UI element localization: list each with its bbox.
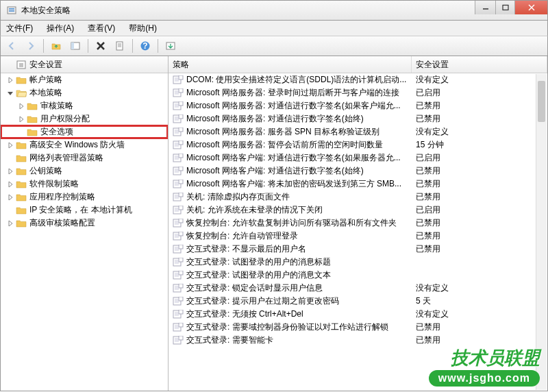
- expand-arrow-icon[interactable]: [6, 76, 14, 84]
- expand-arrow-icon[interactable]: [17, 115, 25, 123]
- policy-row[interactable]: 交互式登录: 不显示最后的用户名已禁用: [169, 243, 547, 256]
- policy-setting: 已启用: [412, 152, 547, 164]
- policy-icon: [173, 232, 184, 241]
- policy-setting: 已禁用: [412, 230, 547, 242]
- folder-icon: [16, 192, 27, 203]
- tree-node-n1[interactable]: 本地策略: [1, 86, 168, 99]
- tree-node-label: 网络列表管理器策略: [29, 152, 103, 164]
- policy-setting: 已禁用: [412, 113, 547, 125]
- column-header-setting[interactable]: 安全设置: [412, 56, 547, 73]
- scrollbar-thumb[interactable]: [538, 81, 545, 122]
- policy-row[interactable]: 交互式登录: 提示用户在过期之前更改密码5 天: [169, 295, 547, 308]
- policy-setting: 已禁用: [412, 100, 547, 112]
- menu-file[interactable]: 文件(F): [3, 21, 36, 36]
- policy-setting: 已禁用: [412, 165, 547, 177]
- menu-help[interactable]: 帮助(H): [126, 21, 160, 36]
- expand-arrow-icon[interactable]: [17, 102, 25, 110]
- folder-icon: [16, 205, 27, 216]
- tree-header[interactable]: 安全设置: [1, 56, 168, 73]
- tree-node-n5[interactable]: 软件限制策略: [1, 177, 168, 191]
- policy-icon: [173, 127, 184, 136]
- policy-row[interactable]: 关机: 清除虚拟内存页面文件已禁用: [169, 191, 547, 204]
- policy-row[interactable]: 交互式登录: 锁定会话时显示用户信息没有定义: [169, 282, 547, 295]
- folder-icon: [16, 140, 27, 151]
- policy-icon: [173, 271, 184, 280]
- main-area: 安全设置 帐户策略本地策略审核策略用户权限分配安全选项高级安全 Windows …: [0, 56, 548, 391]
- tree-node-n1_2[interactable]: 安全选项: [1, 125, 168, 138]
- policy-name: Microsoft 网络客户端: 对通信进行数字签名(始终): [186, 165, 364, 177]
- policy-row[interactable]: Microsoft 网络服务器: 暂停会话前所需的空闲时间数量15 分钟: [169, 138, 547, 151]
- export-button[interactable]: [162, 38, 179, 54]
- policy-row[interactable]: Microsoft 网络服务器: 登录时间过期后断开与客户端的连接已启用: [169, 86, 547, 99]
- tree-node-n8[interactable]: 高级审核策略配置: [1, 217, 168, 230]
- show-hide-tree-button[interactable]: [67, 38, 84, 54]
- policy-row[interactable]: 恢复控制台: 允许自动管理登录已禁用: [169, 230, 547, 243]
- policy-name: 交互式登录: 需要域控制器身份验证以对工作站进行解锁: [186, 321, 388, 333]
- tree-node-n7[interactable]: IP 安全策略，在 本地计算机: [1, 204, 168, 217]
- policy-setting: 15 分钟: [412, 139, 547, 151]
- tree-node-n1_1[interactable]: 用户权限分配: [1, 112, 168, 125]
- policy-row[interactable]: 关机: 允许系统在未登录的情况下关闭已启用: [169, 204, 547, 217]
- policy-row[interactable]: Microsoft 网络客户端: 对通信进行数字签名(始终)已禁用: [169, 164, 547, 177]
- policy-icon: [173, 258, 184, 267]
- policy-row[interactable]: 恢复控制台: 允许软盘复制并访问所有驱动器和所有文件夹已禁用: [169, 217, 547, 230]
- policy-icon: [173, 323, 184, 332]
- policy-row[interactable]: Microsoft 网络客户端: 将未加密的密码发送到第三方 SMB...已禁用: [169, 177, 547, 191]
- policy-row[interactable]: 交互式登录: 试图登录的用户的消息标题: [169, 256, 547, 269]
- policy-name: 关机: 允许系统在未登录的情况下关闭: [186, 204, 323, 216]
- close-button[interactable]: [514, 1, 547, 14]
- column-header-policy[interactable]: 策略: [169, 56, 412, 73]
- policy-row[interactable]: Microsoft 网络服务器: 对通信进行数字签名(始终)已禁用: [169, 112, 547, 125]
- list-header: 策略 安全设置: [169, 56, 547, 73]
- policy-setting: 已禁用: [412, 243, 547, 255]
- tree-node-label: 本地策略: [29, 87, 62, 99]
- policy-icon: [173, 219, 184, 228]
- policy-row[interactable]: Microsoft 网络客户端: 对通信进行数字签名(如果服务器允...已启用: [169, 151, 547, 164]
- tree-node-n4[interactable]: 公钥策略: [1, 164, 168, 177]
- policy-icon: [173, 180, 184, 188]
- tree-node-n6[interactable]: 应用程序控制策略: [1, 191, 168, 204]
- policy-row[interactable]: 交互式登录: 无须按 Ctrl+Alt+Del没有定义: [169, 308, 547, 321]
- policy-icon: [173, 193, 184, 201]
- tree-node-n1_0[interactable]: 审核策略: [1, 99, 168, 112]
- policy-icon: [173, 88, 184, 97]
- tree-node-label: 软件限制策略: [29, 178, 79, 190]
- tree-node-n2[interactable]: 高级安全 Windows 防火墙: [1, 138, 168, 151]
- policy-row[interactable]: 交互式登录: 需要域控制器身份验证以对工作站进行解锁已禁用: [169, 321, 547, 334]
- policy-name: 恢复控制台: 允许软盘复制并访问所有驱动器和所有文件夹: [186, 217, 397, 229]
- delete-button[interactable]: [92, 38, 109, 54]
- policy-row[interactable]: 交互式登录: 需要智能卡已禁用: [169, 334, 547, 347]
- policy-row[interactable]: 交互式登录: 试图登录的用户的消息文本: [169, 269, 547, 282]
- policy-name: 交互式登录: 试图登录的用户的消息文本: [186, 269, 331, 281]
- policy-row[interactable]: DCOM: 使用安全描述符定义语言(SDDL)语法的计算机启动...没有定义: [169, 73, 547, 86]
- tree-node-n0[interactable]: 帐户策略: [1, 73, 168, 86]
- svg-rect-1: [9, 8, 14, 10]
- folder-icon: [16, 153, 27, 164]
- policy-row[interactable]: Microsoft 网络服务器: 服务器 SPN 目标名称验证级别没有定义: [169, 125, 547, 138]
- expand-arrow-icon[interactable]: [6, 219, 14, 228]
- policy-setting: 没有定义: [412, 282, 547, 294]
- policy-name: 交互式登录: 锁定会话时显示用户信息: [186, 282, 323, 294]
- expand-arrow-icon[interactable]: [6, 167, 14, 175]
- folder-icon: [27, 127, 38, 138]
- menu-view[interactable]: 查看(V): [85, 21, 118, 36]
- help-button[interactable]: ?: [137, 38, 153, 54]
- maximize-button[interactable]: [495, 1, 514, 14]
- policy-name: 关机: 清除虚拟内存页面文件: [186, 191, 290, 203]
- tree-node-n3[interactable]: 网络列表管理器策略: [1, 151, 168, 164]
- folder-icon: [27, 101, 38, 112]
- svg-rect-11: [116, 42, 123, 50]
- expand-arrow-icon[interactable]: [6, 141, 14, 149]
- minimize-button[interactable]: [475, 1, 495, 14]
- up-button[interactable]: [48, 38, 64, 54]
- vertical-scrollbar[interactable]: [536, 74, 547, 390]
- menu-action[interactable]: 操作(A): [44, 21, 77, 36]
- expand-arrow-icon[interactable]: [6, 193, 14, 201]
- expand-arrow-icon[interactable]: [6, 180, 14, 188]
- tree-node-label: 用户权限分配: [40, 113, 90, 125]
- properties-button[interactable]: [112, 38, 128, 54]
- policy-row[interactable]: Microsoft 网络服务器: 对通信进行数字签名(如果客户端允...已禁用: [169, 99, 547, 112]
- policy-icon: [173, 310, 184, 319]
- expand-arrow-icon[interactable]: [6, 89, 14, 97]
- folder-icon: [16, 179, 27, 190]
